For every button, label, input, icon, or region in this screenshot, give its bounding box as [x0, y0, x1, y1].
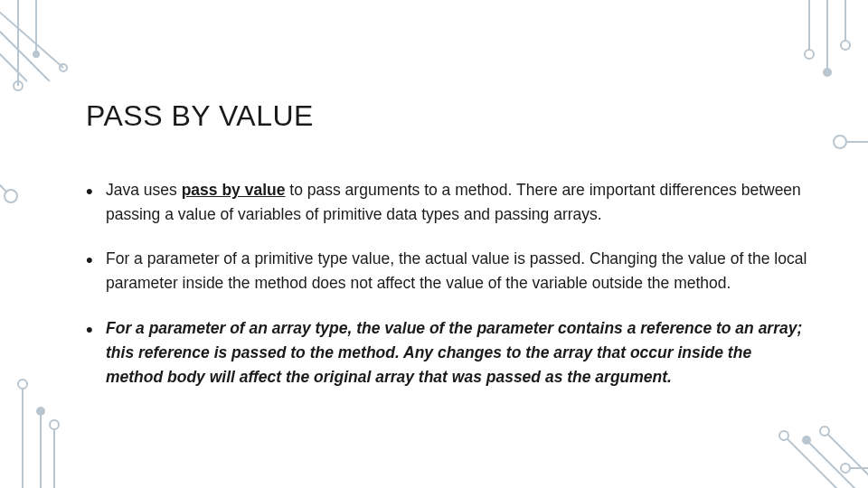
- svg-point-19: [805, 50, 814, 59]
- bullet-text-em: pass by value: [182, 181, 286, 199]
- svg-point-23: [834, 136, 846, 148]
- svg-point-21: [841, 41, 850, 50]
- bullet-list: Java uses pass by value to pass argument…: [86, 178, 809, 389]
- svg-point-13: [18, 380, 27, 389]
- svg-point-14: [37, 408, 44, 415]
- slide-title: PASS BY VALUE: [86, 99, 809, 133]
- svg-line-26: [827, 434, 868, 479]
- bullet-item: For a parameter of an array type, the va…: [86, 316, 809, 389]
- svg-point-28: [803, 436, 810, 444]
- svg-point-31: [841, 464, 850, 473]
- svg-line-8: [0, 176, 7, 192]
- svg-point-27: [779, 431, 788, 440]
- svg-point-5: [14, 81, 23, 90]
- svg-line-4: [0, 45, 27, 81]
- bullet-text: For a parameter of a primitive type valu…: [106, 249, 807, 292]
- svg-point-9: [5, 190, 17, 202]
- svg-point-6: [33, 52, 39, 57]
- bullet-item: For a parameter of a primitive type valu…: [86, 247, 809, 296]
- bullet-text: For a parameter of an array type, the va…: [106, 319, 802, 386]
- bullet-item: Java uses pass by value to pass argument…: [86, 178, 809, 227]
- svg-line-25: [809, 443, 859, 488]
- svg-point-29: [820, 427, 829, 436]
- svg-point-15: [50, 420, 59, 429]
- svg-line-24: [787, 438, 841, 488]
- svg-point-20: [824, 69, 831, 76]
- svg-point-7: [60, 64, 67, 71]
- svg-line-2: [0, 5, 63, 68]
- svg-line-3: [0, 23, 50, 81]
- bullet-text-pre: Java uses: [106, 181, 182, 199]
